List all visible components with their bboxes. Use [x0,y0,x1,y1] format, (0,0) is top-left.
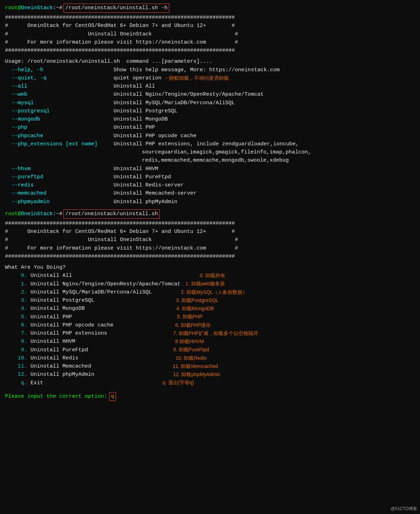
menu-item-1: 1. Uninstall Nginx/Tengine/OpenResty/Apa… [5,280,415,288]
annotation-quiet: 静默卸载，不询问是否卸载 [169,74,229,82]
menu-list: 0. Uninstall All 0. 卸载所有 1. Uninstall Ng… [5,272,415,387]
option-postgresql: --postgresql Uninstall PostgreSQL [5,107,415,115]
prompt-line-1: root@OneinStack:~ # /root/oneinstack/uni… [5,4,415,13]
menu-item-8: 8. Uninstall HHVM 8 卸载HHVM [5,337,415,346]
annotation-q: q. 退出(字母q) [162,379,194,387]
menu-item-5: 5. Uninstall PHP 5. 卸载PHP [5,313,415,321]
annotation-0: 0. 卸载所有 [200,272,225,280]
annotation-8: 8 卸载HHVM [175,338,204,346]
annotation-2: 2. 卸载MySQL（⚠备份数据） [181,289,247,296]
option-php-ext-1: --php_extensions [ext name] Uninstall PH… [5,140,415,148]
menu-item-2: 2. Uninstall MySQL/MariaDB/Percona/AliSQ… [5,288,415,296]
option-all: --all Uninstall All [5,82,415,90]
option-mongodb: --mongodb Uninstall MongoDB [5,115,415,123]
option-web: --web Uninstall Nginx/Tengine/OpenResty/… [5,90,415,99]
header-text-3: # For more information please visit http… [5,38,415,46]
header-block-2: ########################################… [5,219,415,261]
annotation-11: 11. 卸载Memcached [173,363,218,370]
prompt-user-1: root [5,4,18,12]
prompt-user-2: root [5,210,18,218]
menu-item-11: 11. Uninstall Memcached 11. 卸载Memcached [5,362,415,370]
annotation-10: 10. 卸载Redis [176,354,206,362]
annotation-7: 7. 卸载PHP扩展，卸载多个以空格隔开 [173,330,258,337]
option-help: --help, -h Show this help message, More:… [5,66,415,74]
input-prompt-text: Please input the correct option: [5,392,107,401]
options-list: --help, -h Show this help message, More:… [5,66,415,206]
prompt-cmd-1: /root/oneinstack/uninstall.sh -h [63,4,169,13]
annotation-12: 12. 卸载phpMyAdmin [173,371,220,379]
usage-line: Usage: /root/oneinstack/uninstall.sh com… [5,57,415,66]
menu-item-9: 9. Uninstall PureFtpd 9. 卸载PureFtpd [5,346,415,354]
option-pureftpd: --pureftpd Uninstall PureFtpd [5,173,415,181]
prompt-cmd-2: /root/oneinstack/uninstall.sh [63,209,160,219]
header-text-1: # OneinStack for CentOS/RedHat 6+ Debian… [5,22,415,30]
option-phpmyadmin: --phpmyadmin Uninstall phpMyAdmin [5,198,415,206]
annotation-6: 6. 卸载PHP缓存 [175,322,211,329]
option-phpcache: --phpcache Uninstall PHP opcode cache [5,132,415,140]
menu-item-6: 6. Uninstall PHP opcode cache 6. 卸载PHP缓存 [5,321,415,329]
watermark: @51CTO博客 [391,506,417,512]
header-text-2a: # OneinStack for CentOS/RedHat 6+ Debian… [5,228,415,236]
option-redis: --redis Uninstall Redis-server [5,181,415,189]
header-text-2c: # For more information please visit http… [5,244,415,252]
option-php: --php Uninstall PHP [5,123,415,132]
prompt-host-1: OneinStack [21,4,53,12]
option-hhvm: --hhvm Uninstall HHVM [5,165,415,173]
hash-line-bot-2: ########################################… [5,252,415,261]
menu-item-7: 7. Uninstall PHP extensions 7. 卸载PHP扩展，卸… [5,329,415,337]
menu-item-3: 3. Uninstall PostgreSQL 3. 卸载PostgreSQL [5,296,415,305]
hash-line-bot-1: ########################################… [5,46,415,55]
annotation-5: 5. 卸载PHP [177,313,203,321]
input-prompt-row: Please input the correct option: q [5,392,415,401]
menu-item-0: 0. Uninstall All 0. 卸载所有 [5,272,415,280]
menu-item-12: 12. Uninstall phpMyAdmin 12. 卸载phpMyAdmi… [5,370,415,379]
annotation-3: 3. 卸载PostgreSQL [176,297,219,305]
prompt-line-2: root@OneinStack:~ # /root/oneinstack/uni… [5,209,415,219]
annotation-9: 9. 卸载PureFtpd [173,346,209,354]
what-doing-label: What Are You Doing? [5,263,415,272]
option-memcached: --memcached Uninstall Memcached-server [5,189,415,197]
header-block-1: ########################################… [5,13,415,55]
menu-item-10: 10. Uninstall Redis 10. 卸载Redis [5,354,415,362]
header-text-2: # Uninstall OneinStack # [5,30,415,38]
option-php-ext-2: sourceguardian,imagick,gmagick,fileinfo,… [5,148,415,156]
input-value[interactable]: q [109,392,116,401]
prompt-host-2: OneinStack [21,210,53,218]
annotation-1: 1. 卸载web服务器 [186,280,225,288]
menu-item-4: 4. Uninstall MongoDB 4. 卸载MongoDB [5,305,415,313]
menu-item-q: q. Exit q. 退出(字母q) [5,379,415,387]
hash-line-top-2: ########################################… [5,219,415,228]
option-quiet: --quiet, -q quiet operation ← 静默卸载，不询问是否… [5,74,415,82]
option-mysql: --mysql Uninstall MySQL/MariaDB/Percona/… [5,99,415,107]
option-php-ext-3: redis,memcached,memcache,mongodb,swoole,… [5,156,415,164]
hash-line-top-1: ########################################… [5,13,415,22]
annotation-4: 4. 卸载MongoDB [176,305,214,313]
header-text-2b: # Uninstall OneinStack # [5,236,415,244]
